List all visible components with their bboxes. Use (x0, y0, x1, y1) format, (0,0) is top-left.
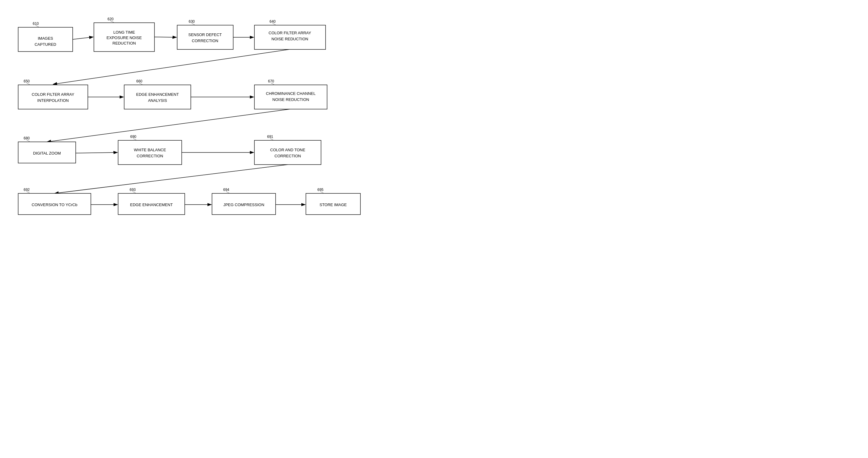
label-694: JPEG COMPRESSION (223, 202, 264, 207)
ref-680: 680 (24, 136, 30, 140)
label-650b: INTERPOLATION (37, 98, 69, 103)
arrow-691-692 (55, 165, 288, 193)
ref-694: 694 (223, 188, 229, 192)
box-660 (124, 85, 191, 109)
label-690a: WHITE BALANCE (134, 148, 166, 152)
label-620b: EXPOSURE NOISE (106, 35, 142, 40)
label-695: STORE IMAGE (319, 202, 347, 207)
label-620a: LONG TIME (113, 30, 135, 34)
ref-610: 610 (33, 22, 39, 26)
label-620c: REDUCTION (112, 41, 136, 46)
arrow-680-690 (76, 152, 118, 153)
ref-693: 693 (130, 188, 136, 192)
box-691 (254, 140, 321, 165)
label-691a: COLOR AND TONE (270, 148, 305, 152)
label-630a: SENSOR DEFECT (188, 32, 222, 37)
label-691b: CORRECTION (274, 154, 301, 158)
label-640a: COLOR FILTER ARRAY (269, 31, 311, 35)
label-690b: CORRECTION (136, 154, 163, 158)
label-610b: CAPTURED (34, 42, 56, 47)
arrow-620-630 (154, 37, 177, 37)
ref-692: 692 (24, 188, 30, 192)
label-660b: ANALYSIS (148, 98, 167, 103)
label-670b: NOISE REDUCTION (272, 97, 309, 102)
ref-640: 640 (270, 20, 276, 24)
ref-620: 620 (107, 17, 114, 21)
ref-660: 660 (136, 79, 142, 83)
label-650a: COLOR FILTER ARRAY (32, 92, 74, 97)
label-660a: EDGE ENHANCEMENT (136, 92, 179, 97)
arrow-670-680 (47, 109, 290, 142)
ref-690: 690 (130, 135, 136, 139)
box-670 (254, 85, 327, 109)
label-693: EDGE ENHANCEMENT (130, 202, 173, 207)
ref-691: 691 (267, 135, 273, 139)
label-680: DIGITAL ZOOM (33, 151, 61, 155)
box-630 (177, 25, 233, 49)
ref-695: 695 (317, 188, 323, 192)
ref-650: 650 (24, 79, 30, 83)
label-670a: CHROMINANCE CHANNEL (266, 91, 316, 96)
box-690 (118, 140, 182, 165)
ref-630: 630 (189, 20, 195, 24)
label-610: IMAGES (38, 36, 53, 40)
label-640b: NOISE REDUCTION (271, 37, 308, 41)
label-692: CONVERSION TO YCrCb (32, 202, 78, 207)
label-630b: CORRECTION (192, 38, 218, 43)
box-650 (18, 85, 88, 109)
ref-670: 670 (268, 79, 274, 83)
arrow-610-620 (73, 37, 93, 39)
arrow-640-650 (53, 49, 289, 84)
